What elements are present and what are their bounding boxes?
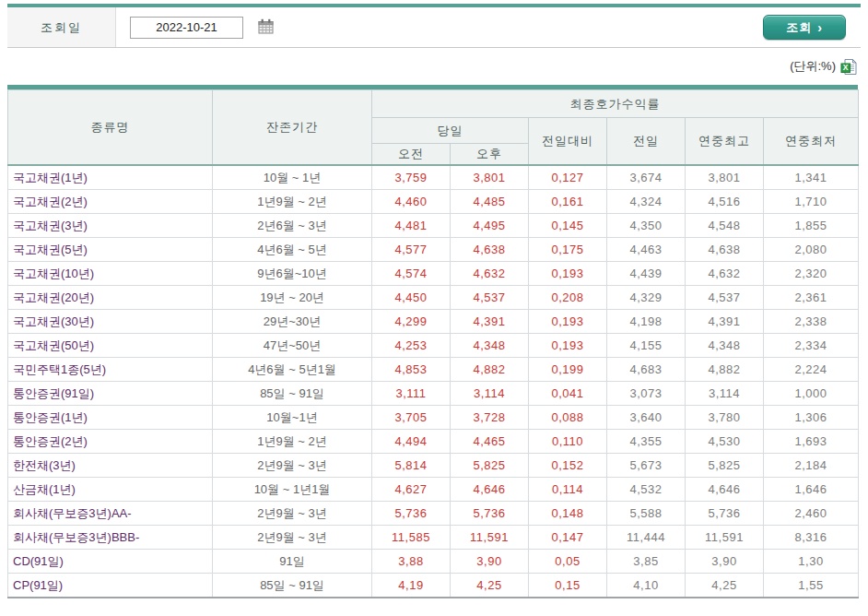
- am-yield-cell: 4,627: [372, 478, 451, 502]
- bond-name-cell: CP(91일): [8, 574, 213, 598]
- period-cell: 85일 ~ 91일: [213, 382, 372, 406]
- am-yield-cell: 3,88: [372, 550, 451, 574]
- table-row: 통안증권(91일)85일 ~ 91일3,1113,1140,0413,0733,…: [8, 382, 859, 406]
- pm-yield-cell: 3,801: [451, 165, 529, 190]
- period-cell: 10월 ~ 1년1월: [213, 478, 372, 502]
- am-yield-cell: 4,460: [372, 190, 451, 214]
- change-cell: 0,147: [529, 526, 607, 550]
- pm-yield-cell: 4,537: [451, 286, 529, 310]
- am-yield-cell: 4,574: [372, 262, 451, 286]
- yield-table-body: 국고채권(1년)10월 ~ 1년3,7593,8010,1273,6743,80…: [8, 165, 859, 598]
- pm-yield-cell: 4,638: [451, 238, 529, 262]
- date-input[interactable]: [130, 17, 243, 39]
- year-low-cell: 1,000: [764, 382, 859, 406]
- period-cell: 2년9월 ~ 3년: [213, 526, 372, 550]
- prev-day-cell: 5,588: [607, 502, 686, 526]
- change-cell: 0,148: [529, 502, 607, 526]
- year-low-cell: 2,460: [764, 502, 859, 526]
- pm-yield-cell: 11,591: [451, 526, 529, 550]
- year-high-cell: 4,646: [686, 478, 764, 502]
- table-row: 국고채권(2년)1년9월 ~ 2년4,4604,4850,1614,3244,5…: [8, 190, 859, 214]
- bond-name-cell: 국고채권(10년): [8, 262, 213, 286]
- year-high-cell: 3,114: [686, 382, 764, 406]
- am-yield-cell: 4,577: [372, 238, 451, 262]
- col-header-pm: 오후: [451, 144, 529, 166]
- table-row: 통안증권(1년)10월~1년3,7053,7280,0883,6403,7801…: [8, 406, 859, 430]
- pm-yield-cell: 4,882: [451, 358, 529, 382]
- pm-yield-cell: 5,736: [451, 502, 529, 526]
- col-header-today: 당일: [372, 118, 529, 144]
- pm-yield-cell: 4,485: [451, 190, 529, 214]
- bond-name-cell: CD(91일): [8, 550, 213, 574]
- prev-day-cell: 3,073: [607, 382, 686, 406]
- table-row: 회사채(무보증3년)BBB-2년9월 ~ 3년11,58511,5910,147…: [8, 526, 859, 550]
- year-low-cell: 1,693: [764, 430, 859, 454]
- excel-icon: X: [840, 65, 858, 78]
- table-row: 회사채(무보증3년)AA-2년9월 ~ 3년5,7365,7360,1485,5…: [8, 502, 859, 526]
- bond-name-cell: 한전채(3년): [8, 454, 213, 478]
- pm-yield-cell: 4,348: [451, 334, 529, 358]
- search-button[interactable]: 조회 ›: [763, 15, 846, 40]
- year-low-cell: 1,710: [764, 190, 859, 214]
- prev-day-cell: 4,350: [607, 214, 686, 238]
- year-high-cell: 3,90: [686, 550, 764, 574]
- bond-name-cell: 통안증권(1년): [8, 406, 213, 430]
- year-high-cell: 3,801: [686, 165, 764, 190]
- am-yield-cell: 4,450: [372, 286, 451, 310]
- col-header-period: 잔존기간: [213, 90, 372, 166]
- am-yield-cell: 3,705: [372, 406, 451, 430]
- year-high-cell: 11,591: [686, 526, 764, 550]
- year-high-cell: 4,548: [686, 214, 764, 238]
- change-cell: 0,114: [529, 478, 607, 502]
- am-yield-cell: 5,736: [372, 502, 451, 526]
- table-row: 국고채권(50년)47년~50년4,2534,3480,1934,1554,34…: [8, 334, 859, 358]
- table-row: 국고채권(10년)9년6월~10년4,5744,6320,1934,4394,6…: [8, 262, 859, 286]
- year-low-cell: 1,55: [764, 574, 859, 598]
- change-cell: 0,193: [529, 310, 607, 334]
- year-low-cell: 2,338: [764, 310, 859, 334]
- col-header-year-low: 연중최저: [764, 118, 859, 166]
- change-cell: 0,199: [529, 358, 607, 382]
- year-low-cell: 8,316: [764, 526, 859, 550]
- year-high-cell: 4,25: [686, 574, 764, 598]
- change-cell: 0,193: [529, 334, 607, 358]
- change-cell: 0,05: [529, 550, 607, 574]
- calendar-button[interactable]: [256, 18, 275, 37]
- period-cell: 91일: [213, 550, 372, 574]
- period-cell: 2년9월 ~ 3년: [213, 502, 372, 526]
- pm-yield-cell: 4,495: [451, 214, 529, 238]
- year-high-cell: 5,736: [686, 502, 764, 526]
- year-low-cell: 2,224: [764, 358, 859, 382]
- prev-day-cell: 4,324: [607, 190, 686, 214]
- chevron-right-icon: ›: [817, 21, 823, 34]
- year-high-cell: 4,638: [686, 238, 764, 262]
- year-low-cell: 1,646: [764, 478, 859, 502]
- year-low-cell: 2,334: [764, 334, 859, 358]
- bond-name-cell: 국고채권(3년): [8, 214, 213, 238]
- period-cell: 29년~30년: [213, 310, 372, 334]
- table-row: 통안증권(2년)1년9월 ~ 2년4,4944,4650,1104,3554,5…: [8, 430, 859, 454]
- table-row: CD(91일)91일3,883,900,053,853,901,30: [8, 550, 859, 574]
- period-cell: 1년9월 ~ 2년: [213, 430, 372, 454]
- pm-yield-cell: 3,728: [451, 406, 529, 430]
- search-toolbar: 조회일 조회 ›: [7, 4, 861, 48]
- year-low-cell: 1,30: [764, 550, 859, 574]
- period-cell: 10월~1년: [213, 406, 372, 430]
- table-row: 국고채권(20년)19년 ~ 20년4,4504,5370,2084,3294,…: [8, 286, 859, 310]
- am-yield-cell: 4,299: [372, 310, 451, 334]
- bond-name-cell: 회사채(무보증3년)BBB-: [8, 526, 213, 550]
- col-header-type: 종류명: [8, 90, 213, 166]
- am-yield-cell: 4,19: [372, 574, 451, 598]
- bond-name-cell: 산금채(1년): [8, 478, 213, 502]
- am-yield-cell: 3,111: [372, 382, 451, 406]
- year-high-cell: 4,632: [686, 262, 764, 286]
- svg-text:X: X: [843, 63, 849, 72]
- period-cell: 4년6월 ~ 5년1월: [213, 358, 372, 382]
- pm-yield-cell: 3,90: [451, 550, 529, 574]
- year-high-cell: 4,537: [686, 286, 764, 310]
- excel-export-button[interactable]: X: [840, 58, 858, 76]
- bond-name-cell: 국고채권(1년): [8, 165, 213, 190]
- prev-day-cell: 4,155: [607, 334, 686, 358]
- am-yield-cell: 3,759: [372, 165, 451, 190]
- year-high-cell: 3,780: [686, 406, 764, 430]
